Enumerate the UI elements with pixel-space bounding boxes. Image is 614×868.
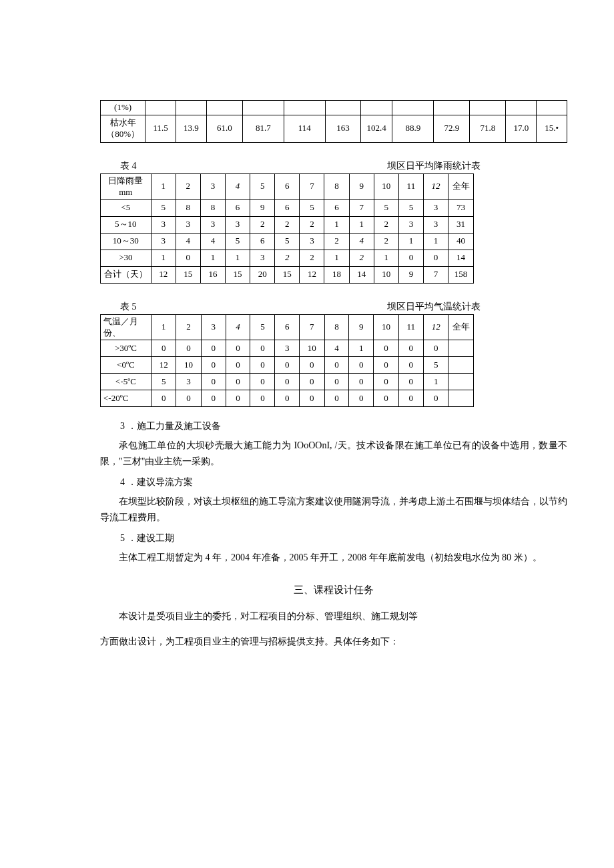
cell: 13.9 [176, 115, 206, 142]
row-label: <5 [101, 199, 151, 216]
cell: 5 [275, 233, 300, 250]
row-label: >30 [101, 250, 151, 266]
task-title: 三、课程设计任务 [100, 584, 567, 596]
table-row: 10～30 34456532421140 [101, 233, 474, 250]
cell: 1 [151, 250, 176, 266]
cell: 88.9 [392, 115, 434, 142]
temperature-table: 气温／月份、 1 2 3 4 5 6 7 8 9 10 11 12 全年 >30… [100, 314, 474, 408]
cell: 12 [151, 266, 176, 283]
cell: 15 [176, 266, 200, 283]
cell [506, 101, 537, 115]
cell: 14 [349, 266, 374, 283]
cell: 0 [201, 340, 226, 357]
section-5-heading: 5 ．建设工期 [120, 532, 574, 544]
cell: 81.7 [242, 115, 284, 142]
cell [242, 101, 284, 115]
cell: 158 [448, 266, 474, 283]
cell: 10 [374, 266, 398, 283]
cell [392, 101, 434, 115]
cell: 0 [398, 357, 423, 374]
cell: 2 [250, 216, 275, 233]
cell: 5 [374, 199, 398, 216]
cell: 5 [300, 199, 324, 216]
cell: 2 [300, 250, 324, 266]
cell: 5 [424, 357, 448, 374]
cell: 0 [176, 340, 201, 357]
caption-right: 坝区日平均降雨统计表 [387, 160, 481, 172]
cell: 14 [448, 250, 474, 266]
row-label: >30ºC [101, 340, 151, 357]
cell: 2 [300, 216, 324, 233]
row-label: <-20ºC [101, 390, 151, 407]
cell: 6 [324, 199, 349, 216]
cell: 163 [325, 115, 360, 142]
table4-caption: 表 4 坝区日平均降雨统计表 [120, 156, 481, 173]
cell: 12 [151, 357, 176, 374]
cell: 1 [423, 233, 448, 250]
cell: 0 [424, 340, 448, 357]
row-label: 10～30 [101, 233, 151, 250]
cell: 10 [176, 357, 201, 374]
cell: 0 [176, 250, 200, 266]
cell: 4 [349, 233, 374, 250]
cell [448, 357, 474, 374]
cell: 0 [324, 390, 349, 407]
table-row: <5 58869656755373 [101, 199, 474, 216]
row-label: <-5ºC [101, 374, 151, 390]
cell: 7 [349, 199, 374, 216]
table-row: 5～10 33332221123331 [101, 216, 474, 233]
month: 5 [250, 173, 275, 199]
cell: 3 [200, 216, 225, 233]
cell: 61.0 [206, 115, 242, 142]
month: 10 [374, 173, 398, 199]
cell: 1 [324, 216, 349, 233]
cell: 0 [374, 374, 398, 390]
cell: 1 [200, 250, 225, 266]
section-num: 5 [120, 533, 125, 543]
cell: 4 [176, 233, 200, 250]
cell [206, 101, 242, 115]
cell: 8 [176, 199, 200, 216]
month: 6 [275, 314, 300, 340]
month: 6 [275, 173, 300, 199]
cell: 3 [398, 216, 423, 233]
table-row: >30 10113221210014 [101, 250, 474, 266]
cell: 0 [226, 340, 250, 357]
month: 1 [151, 173, 176, 199]
cell [325, 101, 360, 115]
cell: 0 [349, 374, 374, 390]
cell: 5 [398, 199, 423, 216]
cell: 0 [300, 374, 324, 390]
cell: 0 [374, 357, 398, 374]
cell: 1 [398, 233, 423, 250]
cell: 7 [423, 266, 448, 283]
cell: 0 [423, 250, 448, 266]
cell: 0 [201, 357, 226, 374]
section-5-body: 主体工程工期暂定为 4 年，2004 年准备，2005 年开工，2008 年年底… [100, 550, 567, 566]
cell: 5 [151, 374, 176, 390]
cell: 3 [176, 374, 201, 390]
table-row: 枯水年（80%） 11.5 13.9 61.0 81.7 114 163 102… [101, 115, 567, 142]
month: 9 [349, 314, 374, 340]
table-header: 日降雨量mm 1 2 3 4 5 6 7 8 9 10 11 12 全年 [101, 173, 474, 199]
cell: 0 [300, 357, 324, 374]
caption-left: 表 5 [120, 301, 137, 313]
cell: 0 [226, 357, 250, 374]
cell: 0 [250, 340, 275, 357]
month: 4 [225, 173, 250, 199]
cell: 2 [349, 250, 374, 266]
cell: 1 [225, 250, 250, 266]
section-num: 4 [120, 477, 125, 487]
cell: 40 [448, 233, 474, 250]
month: 7 [300, 173, 324, 199]
section-title: ．建设工期 [127, 533, 174, 543]
cell: 3 [423, 216, 448, 233]
cell: 0 [151, 390, 176, 407]
cell: 1 [349, 216, 374, 233]
cell: 0 [275, 357, 300, 374]
month: 8 [324, 173, 349, 199]
month: 3 [200, 173, 225, 199]
cell: 17.0 [506, 115, 537, 142]
cell: 0 [275, 390, 300, 407]
cell: 1 [374, 250, 398, 266]
